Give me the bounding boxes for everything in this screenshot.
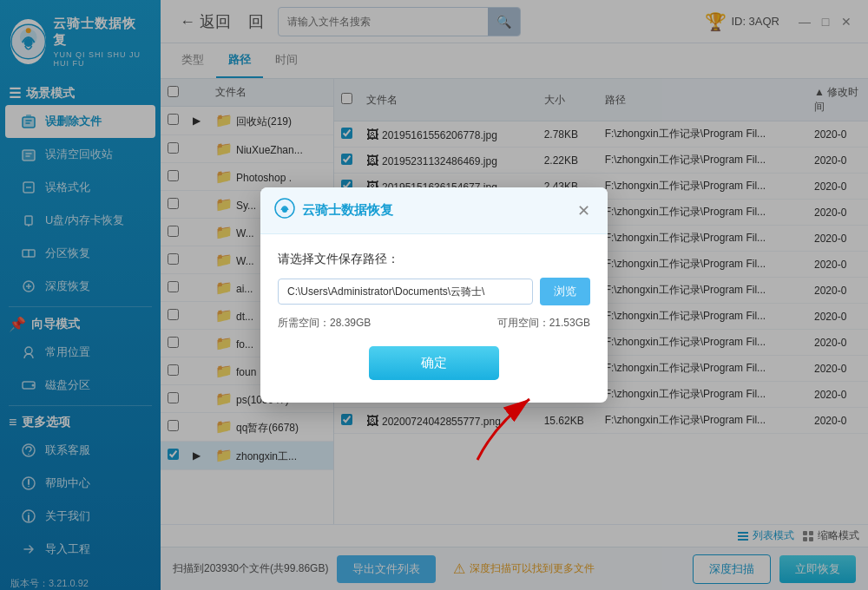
svg-point-30 xyxy=(282,207,287,213)
modal-logo-icon xyxy=(274,198,295,223)
modal-body: 请选择文件保存路径： 浏览 所需空间：28.39GB 可用空间：21.53GB … xyxy=(260,234,608,403)
modal-path-input[interactable] xyxy=(278,279,533,305)
save-path-modal: 云骑士数据恢复 ✕ 请选择文件保存路径： 浏览 所需空间：28.39GB 可用空… xyxy=(260,187,608,403)
modal-path-row: 浏览 xyxy=(278,278,590,305)
modal-header: 云骑士数据恢复 ✕ xyxy=(260,187,608,234)
modal-title: 云骑士数据恢复 xyxy=(302,202,567,219)
modal-label: 请选择文件保存路径： xyxy=(278,252,590,267)
modal-space-row: 所需空间：28.39GB 可用空间：21.53GB xyxy=(278,316,590,331)
required-space: 所需空间：28.39GB xyxy=(278,316,371,331)
available-space: 可用空间：21.53GB xyxy=(497,316,590,331)
browse-button[interactable]: 浏览 xyxy=(540,278,590,305)
modal-close-button[interactable]: ✕ xyxy=(574,201,594,220)
modal-confirm-button[interactable]: 确定 xyxy=(369,346,499,380)
modal-overlay: 云骑士数据恢复 ✕ 请选择文件保存路径： 浏览 所需空间：28.39GB 可用空… xyxy=(0,0,868,590)
